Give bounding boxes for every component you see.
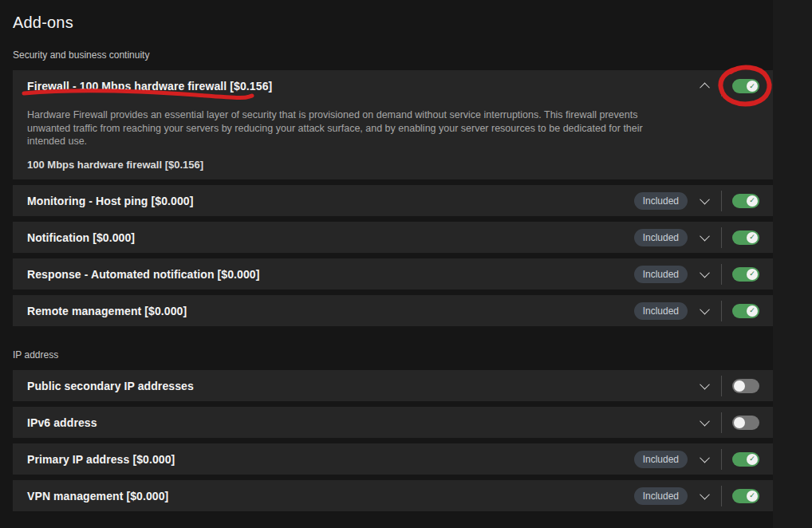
chevron-down-glyph [700,305,710,315]
chevron-up-glyph [700,82,710,93]
chevron-down-icon[interactable] [698,195,711,207]
row-controls: ✓ [698,412,759,433]
addon-row-ipv6[interactable]: IPv6 address ✓ [13,407,773,438]
included-badge: Included [634,229,688,246]
chevron-down-icon[interactable] [698,268,711,281]
row-controls: Included ✓ [634,449,759,470]
notification-toggle[interactable]: ✓ [732,231,759,245]
chevron-down-glyph [700,380,710,390]
addon-row-public-secondary-ip[interactable]: Public secondary IP addresses ✓ [13,370,773,401]
included-badge: Included [634,487,688,505]
chevron-down-glyph [700,490,710,500]
row-title: Public secondary IP addresses [27,380,194,392]
chevron-down-icon[interactable] [698,305,711,317]
row-controls: Included ✓ [634,486,759,506]
check-icon: ✓ [749,455,755,463]
firewall-row-controls: ✓ [698,76,759,97]
monitoring-toggle[interactable]: ✓ [732,194,759,208]
response-toggle[interactable]: ✓ [732,267,759,282]
addon-row-monitoring[interactable]: Monitoring - Host ping [$0.000] Included… [13,185,773,216]
toggle-knob: ✓ [747,195,758,207]
page-right-margin [773,0,812,528]
ipv6-toggle[interactable]: ✓ [732,416,759,430]
page-title: Add-ons [13,14,73,32]
addon-row-firewall-header[interactable]: Firewall - 100 Mbps hardware firewall [$… [13,70,773,102]
firewall-description: Hardware Firewall provides an essential … [27,108,675,148]
control-divider [721,449,722,470]
included-badge: Included [634,302,688,320]
chevron-down-glyph [700,268,710,278]
control-divider [721,486,722,506]
addons-page: Add-ons Security and business continuity… [0,0,812,528]
vpn-management-toggle[interactable]: ✓ [732,489,759,503]
check-icon: ✓ [749,307,755,314]
row-controls: ✓ [698,376,759,396]
check-icon: ✓ [749,197,755,204]
included-badge: Included [634,192,688,210]
firewall-selected-option: 100 Mbps hardware firewall [$0.156] [27,159,759,171]
remote-management-toggle[interactable]: ✓ [732,304,759,318]
check-icon: ✓ [749,270,755,278]
row-controls: Included ✓ [634,264,759,285]
check-icon: ✓ [749,83,755,90]
addon-row-vpn-management[interactable]: VPN management [$0.000] Included ✓ [13,480,773,511]
toggle-knob: ✓ [734,417,745,428]
control-divider [721,264,722,285]
addon-row-notification[interactable]: Notification [$0.000] Included ✓ [13,222,773,253]
toggle-knob: ✓ [747,81,758,92]
row-title: Notification [$0.000] [27,231,135,244]
row-title: IPv6 address [27,416,97,429]
chevron-down-glyph [700,195,710,205]
chevron-down-icon[interactable] [698,490,711,502]
addon-row-primary-ip[interactable]: Primary IP address [$0.000] Included ✓ [13,443,773,475]
toggle-knob: ✓ [747,305,758,317]
control-divider [721,301,722,321]
addon-row-remote-management[interactable]: Remote management [$0.000] Included ✓ [13,295,773,326]
chevron-down-glyph [700,453,710,463]
check-icon: ✓ [749,234,755,241]
check-icon: ✓ [749,492,755,499]
section-label-ip-address: IP address [13,349,58,361]
chevron-down-icon[interactable] [698,380,711,392]
included-badge: Included [634,266,688,283]
firewall-row-title: Firewall - 100 Mbps hardware firewall [$… [27,80,272,93]
public-secondary-ip-toggle[interactable]: ✓ [732,379,759,393]
addon-row-response[interactable]: Response - Automated notification [$0.00… [13,258,773,290]
chevron-up-icon[interactable] [698,80,711,93]
control-divider [721,376,722,396]
toggle-knob: ✓ [747,454,758,465]
chevron-down-glyph [700,231,710,242]
chevron-down-glyph [700,416,710,427]
control-divider [721,227,722,248]
row-title: Primary IP address [$0.000] [27,453,175,466]
toggle-knob: ✓ [734,380,745,392]
control-divider [721,76,722,97]
row-controls: Included ✓ [634,227,759,248]
primary-ip-toggle[interactable]: ✓ [732,452,759,467]
included-badge: Included [634,451,688,468]
row-title: VPN management [$0.000] [27,490,168,502]
toggle-knob: ✓ [747,269,758,280]
control-divider [721,412,722,433]
chevron-down-icon[interactable] [698,453,711,466]
firewall-toggle[interactable]: ✓ [732,79,759,93]
chevron-down-icon[interactable] [698,231,711,244]
toggle-knob: ✓ [747,232,758,243]
row-title: Monitoring - Host ping [$0.000] [27,195,193,207]
row-title: Response - Automated notification [$0.00… [27,268,260,281]
addon-panel-firewall: Firewall - 100 Mbps hardware firewall [$… [13,70,773,179]
row-controls: Included ✓ [634,301,759,321]
section-label-security: Security and business continuity [13,49,149,61]
row-controls: Included ✓ [634,191,759,211]
toggle-knob: ✓ [747,491,758,502]
row-title: Remote management [$0.000] [27,305,187,317]
chevron-down-icon[interactable] [698,416,711,429]
control-divider [721,191,722,211]
